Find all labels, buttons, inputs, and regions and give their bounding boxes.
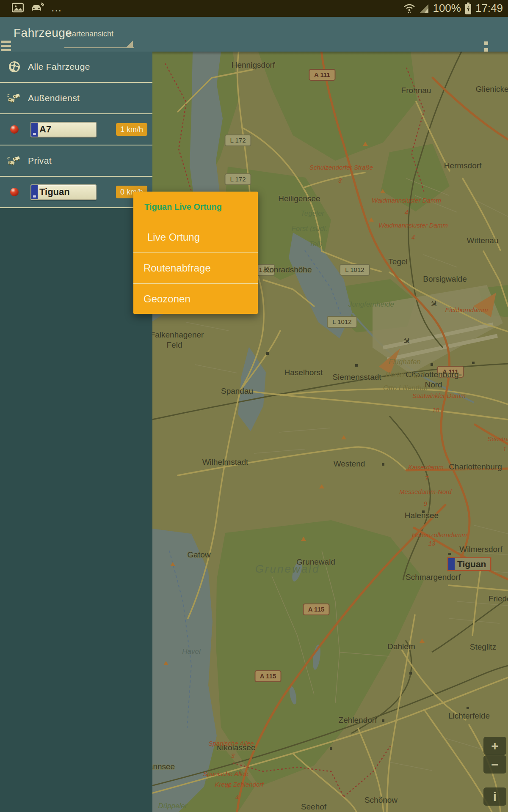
zoom-out-button[interactable]: − [483,755,506,774]
map-label: Forst (südl. [291,225,327,233]
popup-item-routenabfrage[interactable]: Routenabfrage [133,252,258,283]
map-label: Haselhorst [284,368,323,377]
hamburger-icon[interactable] [1,41,11,52]
wifi-icon [403,3,416,14]
road-shield: A 111 [309,69,335,80]
zoom-in-button[interactable]: + [483,737,506,755]
map-label: Jungfernheide [348,300,394,308]
image-icon [12,3,24,13]
notification-ellipsis: … [51,3,63,12]
road-shield: L 172 [225,174,251,185]
map-label: 7 [425,475,429,482]
sidebar-item-alle-fahrzeuge[interactable]: Alle Fahrzeuge [0,52,152,83]
vehicle-plate[interactable]: Tiguan [30,184,97,200]
svg-text:A 115: A 115 [308,606,325,613]
map-label: Falkenhagener [152,330,204,339]
map-canvas[interactable]: ✈✈ A 111A 111A 115A 115L 172L 172L 172L … [152,52,508,812]
map-label: Teil) [309,240,323,248]
map-label: Feld [167,340,182,349]
road-shield: A 115 [255,671,281,682]
map-label: Schönow [364,796,398,804]
map-label: Konradshöhe [264,265,312,274]
map-label: 13 [428,540,436,547]
car-connect-icon [30,3,44,13]
sidebar-item-a7[interactable]: A71 km/h [0,114,152,145]
popup-item-geozonen[interactable]: Geozonen [133,283,258,314]
app-bar: Fahrzeuge Kartenansicht [0,17,508,52]
map-label: annsee [152,762,175,771]
map-label: Wilhelmstadt [202,458,248,466]
map-label: Steglitz [470,642,496,651]
road-shield: L 1012 [340,264,370,275]
vehicle-plate[interactable]: A7 [30,122,97,137]
sidebar-item-au-endienst[interactable]: Außendienst [0,83,152,114]
map-label: Seehof [301,802,327,811]
map-label: 4 [411,233,415,241]
dropdown-underline [64,47,134,48]
appbar-shadow [152,52,508,55]
plate-text: Tiguan [39,187,70,198]
sidebar-item-tiguan[interactable]: Tiguan0 km/h [0,177,152,208]
map-label: Saatwinkler Damm [412,392,466,399]
map-label: Siemensstadt [332,373,381,381]
map-label: Schmargendorf [406,573,461,582]
map-label: Nord [425,380,442,389]
map-label: Spanische Allee [203,770,248,777]
vehicle-list: Alle FahrzeugeAußendienstA71 km/hPrivatT… [0,52,152,208]
map-label: Tegeler [301,209,325,217]
svg-text:L 1012: L 1012 [345,266,364,273]
map-label: Messedamm-Nord [399,488,452,495]
map-label: 10 [432,406,439,414]
page-title: Fahrzeuge [14,26,72,40]
popup-items: Live OrtungRoutenabfrageGeozonen [133,222,258,314]
map-label: Glienicke/N [475,85,508,93]
map-label: Zehlendorf [339,716,378,724]
view-selector-dropdown[interactable]: Kartenansicht [64,25,135,48]
map-label: Seestraße [487,435,508,442]
group-label: Alle Fahrzeuge [28,62,90,72]
map-marker-label: Tiguan [455,559,490,569]
map-label: Gatow [188,550,211,559]
battery-percent: 100% [433,2,461,15]
map-label: Flughafen [389,358,421,366]
vehicle-sidebar: Alle FahrzeugeAußendienstA71 km/hPrivatT… [0,52,152,812]
vehicle-status-ball-icon [10,125,19,134]
map-marker-tiguan[interactable]: Tiguan [447,557,491,571]
info-button[interactable]: i [483,787,506,806]
svg-text:L 1012: L 1012 [332,318,351,325]
map-label: Waidmannsluster Damm [372,197,441,204]
plate-euro-strip [31,185,38,199]
view-selector-label: Kartenansicht [67,30,113,38]
plate-euro-strip [448,558,455,570]
map-label: Kreuz Zehlendorf [215,781,264,788]
map-label: 4 [405,208,408,216]
map-label: Spandau [221,387,253,395]
map-label: 3 [231,752,235,759]
map-label: Kaiserdamm [408,464,444,471]
map-label: Halensee [405,511,439,520]
map-label: Frieden [489,594,508,603]
map-label: Hohenzollerndamm [412,531,467,538]
map-label: Wilmersdorf [459,545,502,554]
map-label: Lichterfelde [448,711,490,720]
plate-euro-strip [31,123,38,137]
popup-item-live-ortung[interactable]: Live Ortung [133,222,258,252]
map-label: Waidmannsluster Damm [378,222,448,229]
road-shield: A 115 [304,604,329,615]
vehicle-status-ball-icon [10,188,19,196]
map-label: Otto Lilienthal [383,384,428,392]
group-label: Privat [28,156,52,166]
sidebar-item-privat[interactable]: Privat [0,145,152,177]
map-label: Schulzendorfer Straße [309,164,373,171]
popup-title: Tiguan Live Ortung [133,192,258,222]
map-label: Düppeler [158,802,188,810]
app-screen: … 100% 17:49 Fahrzeuge [0,0,508,812]
map-label: Borsigwalde [423,274,467,283]
road-shield: L 1012 [327,316,357,327]
map-view[interactable]: ✈✈ A 111A 111A 115A 115L 172L 172L 172L … [152,52,508,812]
battery-charging-icon [464,2,472,15]
map-label: Heiligensee [278,194,320,203]
map-label: Dahlem [387,642,415,651]
svg-text:L 172: L 172 [230,137,246,144]
map-label: Hennigsdorf [232,60,275,69]
